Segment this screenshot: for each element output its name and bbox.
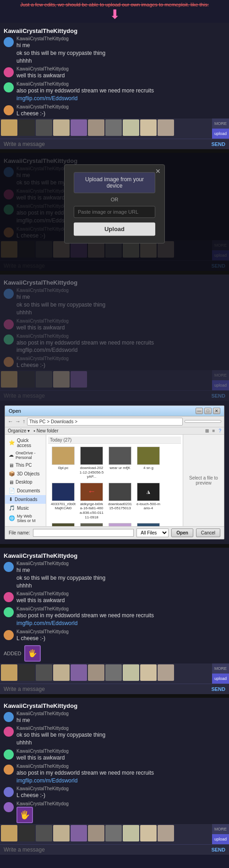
upload-from-device-btn[interactable]: Upload image from your device [74,172,155,193]
mt-5-1a: hi me [16,717,225,724]
mc-4-3: KawaiiCrystalTheKittydog also post in my… [16,606,225,627]
strip-thumb-4-8[interactable] [123,664,139,681]
view-icons-btn[interactable]: ⊞ [205,428,209,433]
strip-thumb-1-1[interactable] [1,119,17,136]
win-maximize-btn[interactable]: □ [204,408,212,414]
strip-thumb-4-4[interactable] [53,664,70,681]
new-folder-btn[interactable]: ▪ New folder [33,428,58,433]
strip-thumb-5-6[interactable] [88,825,104,841]
mc-5-6: KawaiiCrystalTheKittydog 🖐 [16,801,225,823]
write-input-5[interactable] [4,846,207,853]
file-item-5[interactable]: ← aldkyrge-bi0rka-16-fa81-460a-836-c50-0… [78,482,105,520]
mt-5-3: well this is awkward [16,754,225,762]
strip-thumb-1-4[interactable] [53,119,70,136]
strip-thumb-5-8[interactable] [123,825,139,841]
more-label-1[interactable]: MORE [212,119,229,129]
file-item-11[interactable]: ♪ final_61c64048297bc9002c846F_1_3173 [135,522,162,526]
strip-thumb-d2 [18,371,35,388]
sidebar-this-pc[interactable]: 🖥This PC [5,461,46,469]
write-input-1[interactable] [4,141,207,147]
win-minimize-btn[interactable]: — [196,408,203,414]
help-btn[interactable]: ? [218,428,221,433]
strip-thumb-4-2[interactable] [18,664,35,681]
sidebar-my-web-sites[interactable]: 🌐My Web Sites or M [5,512,46,524]
strip-thumb-1-2[interactable] [18,119,35,136]
upload-btn-5[interactable]: upload [212,834,229,844]
search-box[interactable] [185,420,221,423]
open-file-btn[interactable]: Open [171,528,193,537]
file-item-9[interactable]: type-knight-qlbiz [78,522,105,526]
strip-thumb-1-6[interactable] [88,119,104,136]
sidebar-documents[interactable]: 📄Documents [5,486,46,495]
strip-thumb-4-9[interactable] [140,664,157,681]
file-item-8[interactable]: download-2021-12-2471081-6.3185 [50,522,76,526]
strip-thumb-1-5[interactable] [71,119,87,136]
more-label-4[interactable]: MORE [212,663,229,674]
strip-thumb-5-7[interactable] [105,825,122,841]
organize-btn[interactable]: Organize ▾ [8,428,30,433]
file-item-3[interactable]: 4 sn g [135,446,162,480]
file-label-1: download-2021-12-245056-5yAP... [79,466,104,479]
mt-4-1b: ok so this will be my copypaste thing [16,574,225,582]
nav-up-btn[interactable]: ↑ [22,418,25,425]
strip-thumb-4-5[interactable] [71,664,87,681]
strip-thumb-5-9[interactable] [140,825,157,841]
strip-thumb-4-6[interactable] [88,664,104,681]
file-item-1[interactable]: download-2021-12-245056-5yAP... [78,446,105,480]
thispc-icon: 🖥 [9,463,14,468]
mc-5-5: KawaiiCrystalTheKittydog L cheese :-) [16,786,225,799]
upload-btn-1[interactable]: upload [212,129,229,139]
file-name-input[interactable] [33,529,134,537]
cancel-file-btn[interactable]: Cancel [196,528,220,537]
strip-thumb-1-10[interactable] [158,119,174,136]
mt-4-3b: imgflip.com/m/Eddsworld [16,620,225,627]
file-main-area: Today (27) l3pl.pc download-2021-12-2450… [46,435,183,526]
modal-url-input[interactable] [74,206,155,218]
strip-thumb-4-1[interactable] [1,664,17,681]
sidebar-3d-objects[interactable]: 📦3D Objects [5,469,46,478]
strip-thumb-1-9[interactable] [140,119,157,136]
upload-btn-4[interactable]: upload [212,674,229,684]
file-item-10[interactable]: JswLjNs-r5.e_vC.vi [107,522,133,526]
file-item-0[interactable]: l3pl.pc [50,446,76,480]
sidebar-downloads[interactable]: ⬇Downloads [5,495,46,504]
sidebar-music[interactable]: 🎵Music [5,504,46,512]
modal-close-btn[interactable]: ✕ [155,167,161,175]
nav-forward-btn[interactable]: → [15,418,21,425]
strip-thumb-4-10[interactable] [158,664,174,681]
send-btn-1[interactable]: SEND [211,141,225,147]
sidebar-quick-access[interactable]: ⭐Quick access [5,437,46,449]
strip-thumb-5-5[interactable] [71,825,87,841]
win-close-btn[interactable]: ✕ [213,408,220,414]
msg-d1: KawaiiCrystalTheKittydog hi me ok so thi… [0,287,229,317]
send-btn-4[interactable]: SEND [211,686,225,692]
strip-thumb-4-3[interactable] [36,664,52,681]
sidebar-onedrive[interactable]: ☁OneDrive - Personal [5,449,46,461]
modal-submit-btn[interactable]: Upload [74,222,155,236]
mt-d3a: also post in my eddsworld stream we need… [16,339,225,347]
file-type-select[interactable]: All Files [136,528,169,537]
sidebar-desktop[interactable]: 🖥Desktop [5,478,46,486]
strip-thumb-4-7[interactable] [105,664,122,681]
file-item-6[interactable]: download023115-05175013 [107,482,133,520]
strip-thumb-1-7[interactable] [105,119,122,136]
view-list-btn[interactable]: ≡ [213,428,215,433]
strip-thumb-5-10[interactable] [158,825,174,841]
file-item-4[interactable]: 4033701_r0b0tMa[KCAt0 [50,482,76,520]
send-btn-5[interactable]: SEND [211,847,225,852]
strip-thumb-1-3[interactable] [36,119,52,136]
sidebar-pictures[interactable]: 🖼Pictures [5,524,46,526]
strip-thumb-5-2[interactable] [18,825,35,841]
more-label-5[interactable]: MORE [212,824,229,834]
strip-thumb-5-1[interactable] [1,825,17,841]
file-item-7[interactable]: ◮ e-touch-500-mario-4 [135,482,162,520]
strip-thumb-5-3[interactable] [36,825,52,841]
mc-d2: KawaiiCrystalTheKittydog well this is aw… [16,318,225,332]
file-item-2[interactable]: wear ur mf[K [107,446,133,480]
nav-back-btn[interactable]: ← [8,418,13,425]
strip-thumb-5-4[interactable] [53,825,70,841]
write-input-4[interactable] [4,686,207,692]
msg-d3: KawaiiCrystalTheKittydog also post in my… [0,333,229,356]
path-bar[interactable]: This PC > Downloads > [27,418,183,426]
strip-thumb-1-8[interactable] [123,119,139,136]
